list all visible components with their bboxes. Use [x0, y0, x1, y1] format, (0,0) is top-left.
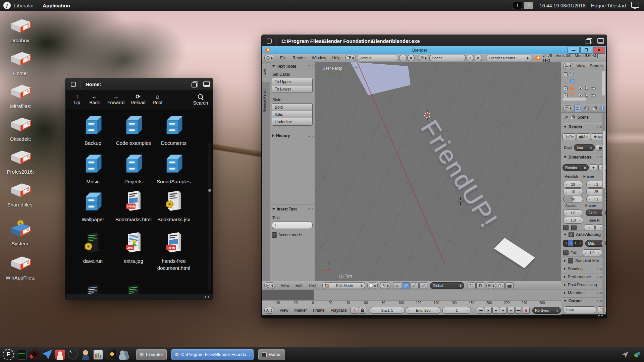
sampled-motion-blur-panel-header[interactable]: Sampled Mot: [561, 258, 606, 263]
root-button[interactable]: ⌂ Root: [150, 94, 165, 105]
panel-grip-icon[interactable]: [597, 126, 602, 128]
scrollbar-thumb[interactable]: [208, 189, 211, 192]
manipulator-axis-button[interactable]: [393, 282, 401, 289]
outliner-row-scene[interactable]: +: [561, 71, 601, 77]
jump-start-button[interactable]: |◀◀: [477, 307, 484, 314]
desktop-icon-profes2016[interactable]: Profes2016:: [0, 149, 41, 175]
menu-frame[interactable]: Frame: [310, 308, 328, 313]
menu-marker[interactable]: Marker: [291, 308, 310, 313]
tab-render[interactable]: [574, 105, 582, 112]
play-button[interactable]: ▶: [500, 307, 507, 314]
resize-grip[interactable]: [598, 315, 603, 316]
menu-playback[interactable]: Playback: [327, 308, 350, 313]
rotate-manipulator-button[interactable]: [411, 282, 419, 289]
delete-scene-button[interactable]: ✕: [475, 55, 482, 61]
task-blender[interactable]: C:\Program Files\Blender Founda...: [171, 349, 253, 360]
preview-range-clock-button[interactable]: ◷: [351, 307, 358, 314]
menu-help[interactable]: Help: [329, 56, 343, 60]
panel-grip-icon[interactable]: [308, 134, 313, 137]
send-app-icon[interactable]: [42, 350, 52, 360]
to-lower-button[interactable]: To Lower: [272, 85, 312, 93]
file-item[interactable]: Bookmarks.html: [113, 189, 154, 223]
bold-button[interactable]: Bold: [272, 104, 312, 111]
scrollbar[interactable]: [208, 143, 211, 290]
window-titlebar[interactable]: Home:: [66, 78, 213, 90]
monitor-app-icon[interactable]: [93, 350, 103, 360]
select-pointer-icon[interactable]: [585, 86, 588, 90]
menu-view[interactable]: View: [577, 64, 585, 68]
insert-text-input[interactable]: [272, 222, 313, 229]
text-tools-panel-header[interactable]: Text Tools: [270, 62, 315, 70]
file-item[interactable]: Documents: [154, 113, 194, 146]
lock-frame-button[interactable]: [359, 307, 367, 314]
filter-size-field[interactable]: ◂1.0▸: [582, 249, 602, 256]
window-shade-button[interactable]: [595, 35, 607, 47]
panel-grip-icon[interactable]: [308, 208, 313, 210]
editor-type-button[interactable]: [563, 63, 573, 69]
gauge-app-icon[interactable]: [30, 350, 40, 360]
outliner-row-camera[interactable]: +: [561, 85, 601, 92]
orientation-select[interactable]: Global: [430, 282, 464, 289]
crop-checkbox[interactable]: [571, 225, 577, 230]
file-item[interactable]: Bookmarks.jsx: [154, 189, 194, 223]
reload-button[interactable]: ⟳ Reload: [130, 94, 145, 105]
end-frame-field[interactable]: ◂End: 250▸: [406, 307, 441, 314]
outliner-scrollbar[interactable]: [602, 71, 605, 96]
file-item[interactable]: Code examples: [113, 113, 154, 146]
friend-menu-button[interactable]: F: [3, 349, 14, 360]
mode-select[interactable]: Edit Mode: [322, 282, 365, 289]
tab-scene[interactable]: [591, 105, 598, 112]
accent-mode-checkbox[interactable]: [272, 232, 277, 238]
tab-grease-pencil[interactable]: Grease Pencil: [262, 83, 270, 118]
menu-file[interactable]: File: [277, 56, 289, 60]
back-button[interactable]: ← Back: [87, 94, 102, 105]
task-home[interactable]: Home:: [258, 349, 285, 360]
render-engine-select[interactable]: Blender Render: [487, 55, 531, 61]
forward-button[interactable]: → Forward: [107, 94, 124, 105]
aa-samples-segmented[interactable]: 5811: [563, 240, 583, 247]
restore-button[interactable]: ❐: [580, 47, 592, 54]
file-item[interactable]: dave.run: [73, 231, 113, 264]
file-item-partial[interactable]: [113, 283, 154, 294]
friend-logo-icon[interactable]: ƒ: [3, 2, 11, 9]
workspace-2-badge[interactable]: 2: [524, 2, 533, 9]
post-processing-panel-header[interactable]: Post Processing: [561, 283, 606, 287]
current-frame-line[interactable]: [314, 290, 314, 301]
panel-grip-icon[interactable]: [597, 292, 602, 294]
chat-app-icon[interactable]: [55, 350, 65, 360]
tab-render-layers[interactable]: [583, 105, 590, 112]
tray-status-icon[interactable]: [633, 351, 641, 359]
eye-icon[interactable]: [578, 87, 583, 90]
sampled-motion-checkbox[interactable]: [568, 258, 573, 263]
outliner-hscrollbar[interactable]: [562, 98, 586, 101]
add-layout-button[interactable]: +: [399, 55, 407, 61]
menu-text[interactable]: Text: [305, 283, 319, 288]
viewport-3d[interactable]: User Persp FriendUP! y (1) Text: [315, 62, 561, 281]
menu-edit[interactable]: Edit: [292, 283, 306, 288]
user-app-icon[interactable]: [80, 350, 91, 360]
render-camera-icon[interactable]: [591, 94, 596, 97]
resolution-percentage-slider[interactable]: 50: [563, 196, 583, 202]
add-preset-button[interactable]: +: [590, 164, 597, 171]
time-remap-old-field[interactable]: ◂▸: [584, 224, 595, 231]
properties-scrollbar-thumb[interactable]: [603, 131, 605, 188]
performance-panel-header[interactable]: Performance: [561, 275, 606, 279]
render-still-button[interactable]: Re: [562, 133, 576, 140]
file-item[interactable]: Wallpaper: [73, 189, 113, 223]
panel-grip-icon[interactable]: [308, 65, 313, 68]
history-panel-header[interactable]: History: [270, 130, 315, 139]
record-button[interactable]: [523, 307, 530, 314]
expand-icon[interactable]: +: [564, 94, 568, 97]
desktop-icon-system[interactable]: System:: [0, 219, 41, 246]
scale-manipulator-button[interactable]: [419, 282, 427, 289]
desktop-icon-winappfiles[interactable]: WinAppFiles:: [0, 255, 41, 281]
prev-keyframe-button[interactable]: |◀: [485, 307, 492, 314]
file-item[interactable]: Music: [73, 151, 113, 185]
task-liberator[interactable]: Liberator: [136, 349, 167, 360]
render-camera-icon[interactable]: [591, 86, 596, 90]
start-frame-field[interactable]: ◂Start: 1▸: [370, 307, 405, 314]
timeline-ruler[interactable]: -40 -20 0 20 40 60 80 100 120 140 160 18…: [262, 290, 561, 306]
outliner-row-world[interactable]: [561, 78, 601, 84]
panel-grip-icon[interactable]: [597, 267, 602, 270]
output-path-field[interactable]: /tmp\: [563, 306, 596, 313]
